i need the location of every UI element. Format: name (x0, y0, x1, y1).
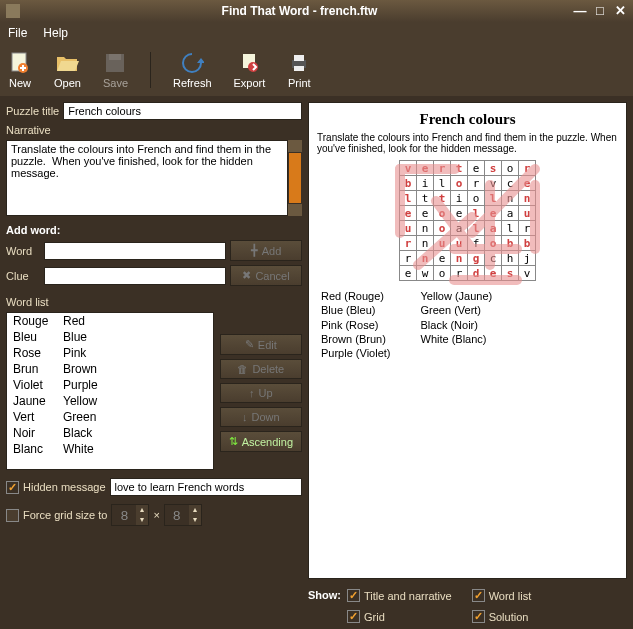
window-title: Find That Word - french.ftw (26, 4, 573, 18)
ascending-button[interactable]: ⇅Ascending (220, 431, 302, 452)
force-grid-checkbox[interactable] (6, 509, 19, 522)
export-button[interactable]: Export (234, 51, 266, 89)
narrative-label: Narrative (6, 124, 302, 136)
menu-file[interactable]: File (8, 26, 27, 40)
table-row[interactable]: VioletPurple (7, 377, 213, 393)
grid-width-spinner[interactable]: ▴▾ (111, 504, 149, 526)
menu-help[interactable]: Help (43, 26, 68, 40)
show-grid-checkbox[interactable] (347, 610, 360, 623)
add-button[interactable]: ╋Add (230, 240, 302, 261)
up-button[interactable]: ↑Up (220, 383, 302, 403)
narrative-input[interactable] (6, 140, 288, 216)
show-wordlist-checkbox[interactable] (472, 589, 485, 602)
title-bar: Find That Word - french.ftw — □ ✕ (0, 0, 633, 22)
preview-grid: vertesorbilorvcelttiolnneeoeleauunoalalr… (399, 160, 536, 281)
preview-title: French colours (317, 111, 618, 128)
close-button[interactable]: ✕ (613, 4, 627, 18)
save-button[interactable]: Save (103, 51, 128, 89)
word-label: Word (6, 245, 40, 257)
table-row[interactable]: BrunBrown (7, 361, 213, 377)
show-solution-checkbox[interactable] (472, 610, 485, 623)
hidden-message-checkbox[interactable] (6, 481, 19, 494)
minimize-button[interactable]: — (573, 4, 587, 18)
preview-narrative: Translate the colours into French and fi… (317, 132, 618, 154)
clue-input[interactable] (44, 267, 226, 285)
table-row[interactable]: VertGreen (7, 409, 213, 425)
app-icon (6, 4, 20, 18)
table-row[interactable]: RosePink (7, 345, 213, 361)
table-row[interactable]: NoirBlack (7, 425, 213, 441)
open-button[interactable]: Open (54, 51, 81, 89)
puzzle-title-label: Puzzle title (6, 105, 59, 117)
delete-button[interactable]: 🗑Delete (220, 359, 302, 379)
word-list[interactable]: RougeRedBleuBlueRosePinkBrunBrownVioletP… (6, 312, 214, 470)
word-input[interactable] (44, 242, 226, 260)
table-row[interactable]: RougeRed (7, 313, 213, 329)
preview-pane: French colours Translate the colours int… (308, 102, 627, 579)
word-list-label: Word list (6, 296, 302, 308)
maximize-button[interactable]: □ (593, 4, 607, 18)
grid-height-spinner[interactable]: ▴▾ (164, 504, 202, 526)
show-label: Show: (308, 589, 341, 601)
new-button[interactable]: New (8, 51, 32, 89)
clue-label: Clue (6, 270, 40, 282)
force-grid-label: Force grid size to (23, 509, 107, 521)
refresh-button[interactable]: Refresh (173, 51, 212, 89)
toolbar: New Open Save Refresh Export Print (0, 44, 633, 96)
table-row[interactable]: JauneYellow (7, 393, 213, 409)
show-title-checkbox[interactable] (347, 589, 360, 602)
menu-bar: File Help (0, 22, 633, 44)
add-word-heading: Add word: (6, 224, 302, 236)
down-button[interactable]: ↓Down (220, 407, 302, 427)
narrative-scrollbar[interactable] (288, 140, 302, 216)
hidden-message-label: Hidden message (23, 481, 106, 493)
svg-rect-3 (109, 54, 121, 60)
print-button[interactable]: Print (287, 51, 311, 89)
cancel-button[interactable]: ✖Cancel (230, 265, 302, 286)
edit-button[interactable]: ✎Edit (220, 334, 302, 355)
svg-rect-8 (294, 66, 304, 71)
svg-rect-7 (294, 55, 304, 61)
table-row[interactable]: BleuBlue (7, 329, 213, 345)
puzzle-title-input[interactable] (63, 102, 302, 120)
table-row[interactable]: BlancWhite (7, 441, 213, 457)
hidden-message-input[interactable] (110, 478, 302, 496)
